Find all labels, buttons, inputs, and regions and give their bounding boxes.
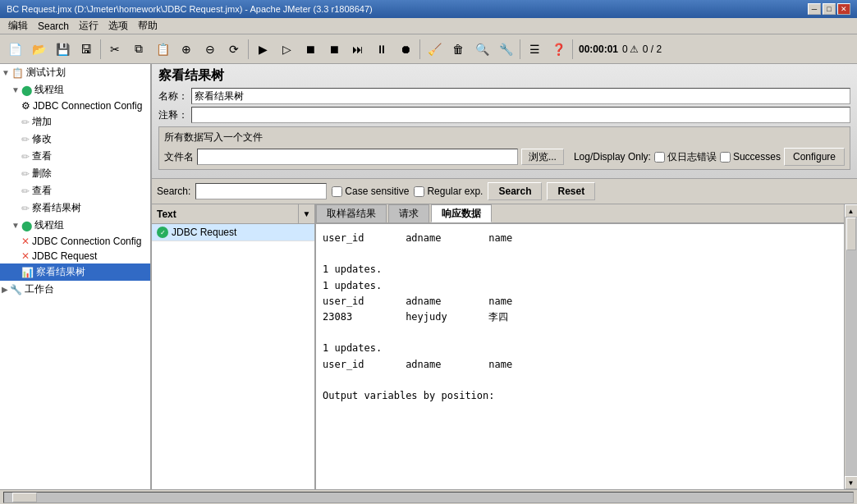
scroll-track[interactable] bbox=[846, 218, 857, 476]
tree-toggle-plan[interactable]: ▼ bbox=[2, 68, 10, 77]
expand-button[interactable]: ⊕ bbox=[175, 38, 198, 61]
result-item-jdbc-request[interactable]: ✓ JDBC Request bbox=[152, 224, 314, 241]
tab-response-data[interactable]: 响应数据 bbox=[431, 204, 492, 222]
scroll-up[interactable]: ▲ bbox=[845, 204, 858, 218]
props-button[interactable]: 🔧 bbox=[494, 38, 517, 61]
response-content: user_id adname name 1 updates. 1 updates… bbox=[316, 224, 844, 489]
comment-input[interactable] bbox=[191, 107, 850, 123]
stop-button[interactable]: ⏹ bbox=[299, 38, 322, 61]
tree-item-view2[interactable]: ✏ 查看 bbox=[0, 182, 150, 199]
close-button[interactable]: ✕ bbox=[837, 3, 850, 15]
tree-item-modify[interactable]: ✏ 修改 bbox=[0, 131, 150, 148]
results-list: Text ▼ ✓ JDBC Request bbox=[152, 204, 316, 489]
start-no-pause-button[interactable]: ▷ bbox=[275, 38, 298, 61]
tree-item-plan[interactable]: ▼ 📋 测试计划 bbox=[0, 64, 150, 81]
start-button[interactable]: ▶ bbox=[251, 38, 274, 61]
reset-button[interactable]: Reset bbox=[547, 182, 595, 200]
search-input[interactable] bbox=[195, 183, 327, 199]
tree-item-add[interactable]: ✏ 增加 bbox=[0, 113, 150, 131]
collapse-button[interactable]: ⊖ bbox=[199, 38, 222, 61]
add-icon: ✏ bbox=[21, 117, 30, 128]
file-input[interactable] bbox=[197, 149, 518, 165]
save-button[interactable]: 💾 bbox=[51, 38, 74, 61]
left-panel: ▼ 📋 测试计划 ▼ ⬤ 线程组 ⚙ JDBC Connection Confi… bbox=[0, 64, 152, 489]
configure-button[interactable]: Configure bbox=[784, 148, 845, 166]
tree-item-result-tree2[interactable]: 📊 察看结果树 bbox=[0, 263, 150, 281]
results-list-header-text: Text bbox=[152, 207, 298, 222]
menu-search[interactable]: Search bbox=[33, 20, 74, 33]
tree-label-delete: 删除 bbox=[32, 167, 52, 181]
clear-all-button[interactable]: 🗑 bbox=[447, 38, 470, 61]
paste-button[interactable]: 📋 bbox=[151, 38, 174, 61]
name-input[interactable] bbox=[191, 88, 850, 104]
horizontal-scrollbar[interactable] bbox=[3, 492, 854, 503]
cut-button[interactable]: ✂ bbox=[103, 38, 126, 61]
find-button[interactable]: 🔍 bbox=[470, 38, 493, 61]
menu-run[interactable]: 运行 bbox=[74, 18, 103, 34]
successes-checkbox-label[interactable]: Successes bbox=[720, 151, 781, 163]
separator-2 bbox=[248, 39, 249, 59]
tree-item-delete[interactable]: ✏ 删除 bbox=[0, 165, 150, 182]
minimize-button[interactable]: ─ bbox=[808, 3, 821, 15]
regex-checkbox[interactable] bbox=[414, 186, 424, 197]
help-button[interactable]: ❓ bbox=[547, 38, 570, 61]
scroll-down[interactable]: ▼ bbox=[845, 476, 858, 489]
tree-toggle-thread1[interactable]: ▼ bbox=[11, 85, 20, 94]
new-button[interactable]: 📄 bbox=[3, 38, 26, 61]
search-button[interactable]: Search bbox=[488, 182, 542, 200]
tab-request[interactable]: 请求 bbox=[388, 204, 429, 222]
view-icon-2: ✏ bbox=[21, 186, 30, 197]
stop-now-button[interactable]: ⏹ bbox=[323, 38, 346, 61]
remote-start-button[interactable]: ⏭ bbox=[346, 38, 369, 61]
remote-stop-all-button[interactable]: ⏺ bbox=[394, 38, 417, 61]
tree-item-jdbc-config2[interactable]: ✕ JDBC Connection Config bbox=[0, 234, 150, 249]
restore-button[interactable]: □ bbox=[823, 3, 836, 15]
open-button[interactable]: 📂 bbox=[27, 38, 50, 61]
clear-button[interactable]: 🧹 bbox=[423, 38, 446, 61]
file-section: 所有数据写入一个文件 文件名 浏览... Log/Display Only: 仅… bbox=[158, 126, 850, 170]
window-controls: ─ □ ✕ bbox=[808, 3, 850, 15]
save-as-button[interactable]: 🖫 bbox=[75, 38, 98, 61]
list-button[interactable]: ☰ bbox=[523, 38, 546, 61]
h-scroll-thumb[interactable] bbox=[12, 493, 37, 502]
case-sensitive-label[interactable]: Case sensitive bbox=[332, 186, 409, 197]
tree-toggle-workbench[interactable]: ▶ bbox=[2, 285, 8, 294]
result-tree-icon-2: 📊 bbox=[21, 267, 34, 278]
tree-item-jdbc-config1[interactable]: ⚙ JDBC Connection Config bbox=[0, 99, 150, 113]
tree-toggle-thread2[interactable]: ▼ bbox=[11, 221, 20, 230]
log-only-checkbox-label[interactable]: 仅日志错误 bbox=[654, 150, 717, 164]
thread-icon-1: ⬤ bbox=[21, 85, 32, 96]
tree-label-result-tree1: 察看结果树 bbox=[32, 201, 81, 215]
scroll-thumb[interactable] bbox=[846, 218, 856, 250]
case-sensitive-checkbox[interactable] bbox=[332, 186, 342, 197]
window-title: BC Request.jmx (D:\Jmeter\homework\JDBC … bbox=[7, 4, 373, 14]
menu-help[interactable]: 帮助 bbox=[133, 18, 163, 34]
tree-item-jdbc-request[interactable]: ✕ JDBC Request bbox=[0, 249, 150, 263]
successes-checkbox[interactable] bbox=[720, 152, 731, 163]
menu-bar: 编辑 Search 运行 选项 帮助 bbox=[0, 18, 857, 34]
warning-display: 0 ⚠ bbox=[622, 44, 639, 55]
config-icon-1: ⚙ bbox=[21, 100, 30, 112]
tree-item-view1[interactable]: ✏ 查看 bbox=[0, 148, 150, 165]
tree-item-thread2[interactable]: ▼ ⬤ 线程组 bbox=[0, 217, 150, 234]
regex-label[interactable]: Regular exp. bbox=[414, 186, 483, 197]
tree-item-workbench[interactable]: ▶ 🔧 工作台 bbox=[0, 281, 150, 298]
log-only-checkbox[interactable] bbox=[654, 152, 665, 163]
remote-stop-button[interactable]: ⏸ bbox=[370, 38, 393, 61]
tab-sampler-result[interactable]: 取样器结果 bbox=[316, 204, 387, 222]
toggle-button[interactable]: ⟳ bbox=[222, 38, 245, 61]
separator-3 bbox=[419, 39, 420, 59]
menu-options[interactable]: 选项 bbox=[103, 18, 133, 34]
tree-label-jdbc-request: JDBC Request bbox=[32, 250, 97, 262]
tree-item-result-tree1[interactable]: ✏ 察看结果树 bbox=[0, 199, 150, 217]
view-icon-1: ✏ bbox=[21, 151, 30, 163]
tree-label-view1: 查看 bbox=[32, 149, 52, 163]
copy-button[interactable]: ⧉ bbox=[127, 38, 150, 61]
tree-label-add: 增加 bbox=[32, 115, 52, 129]
browse-button[interactable]: 浏览... bbox=[521, 149, 564, 165]
results-list-dropdown[interactable]: ▼ bbox=[298, 204, 314, 223]
tree-item-thread1[interactable]: ▼ ⬤ 线程组 bbox=[0, 81, 150, 99]
right-scrollbar: ▲ ▼ bbox=[844, 204, 857, 489]
menu-edit[interactable]: 编辑 bbox=[3, 18, 33, 34]
log-only-label: 仅日志错误 bbox=[667, 150, 717, 164]
